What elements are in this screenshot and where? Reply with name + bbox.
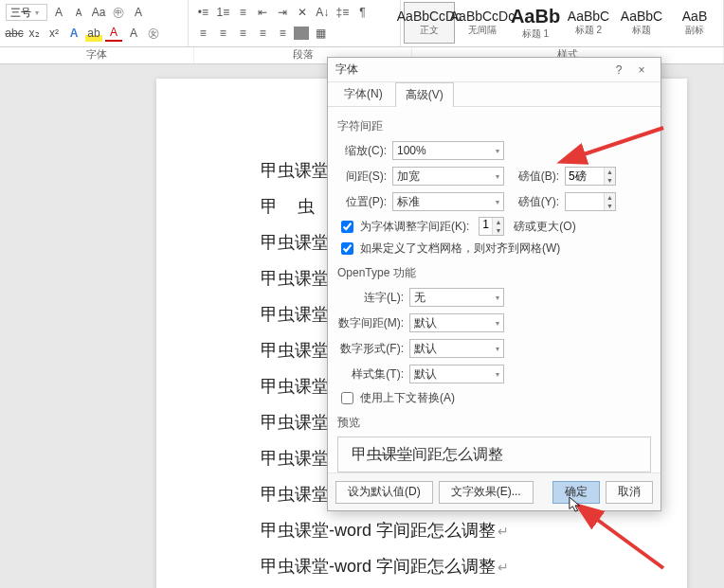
annotation-arrows: [0, 0, 724, 588]
svg-line-0: [578, 128, 663, 156]
svg-line-1: [592, 516, 663, 568]
